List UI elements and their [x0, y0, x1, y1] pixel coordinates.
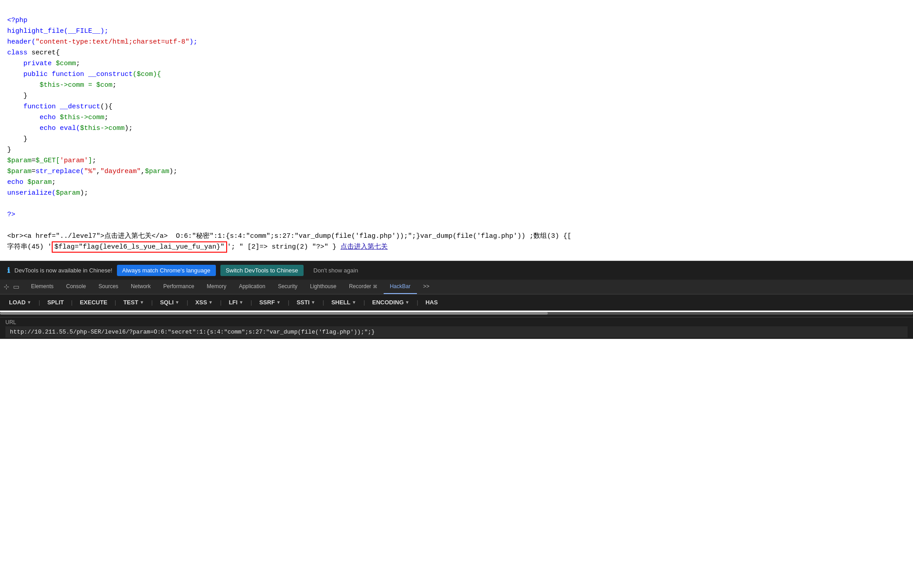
- tab-memory[interactable]: Memory: [201, 280, 233, 294]
- sep8: |: [287, 299, 290, 306]
- sep4: |: [150, 299, 153, 306]
- scroll-track: [0, 312, 913, 315]
- dont-show-again-button[interactable]: Don't show again: [308, 265, 363, 276]
- sep3: |: [114, 299, 117, 306]
- always-match-button[interactable]: Always match Chrome's language: [117, 265, 216, 276]
- test-button[interactable]: TEST ▼: [120, 297, 148, 307]
- tab-security[interactable]: Security: [272, 280, 304, 294]
- sep11: |: [416, 299, 419, 306]
- devtools-notification-bar: ℹ DevTools is now available in Chinese! …: [0, 261, 913, 280]
- sep10: |: [363, 299, 366, 306]
- hackbar-toolbar: LOAD ▼ | SPLIT | EXECUTE | TEST ▼ | SQLI…: [0, 294, 913, 311]
- tab-sources[interactable]: Sources: [92, 280, 125, 294]
- ssti-button[interactable]: SSTI ▼: [293, 297, 319, 307]
- url-label: URL: [5, 319, 908, 325]
- lfi-button[interactable]: LFI ▼: [225, 297, 247, 307]
- split-button[interactable]: SPLIT: [44, 297, 67, 307]
- load-button[interactable]: LOAD ▼: [5, 297, 35, 307]
- scroll-thumb: [0, 312, 548, 315]
- sep9: |: [322, 299, 325, 306]
- url-input[interactable]: [5, 326, 908, 338]
- has-button[interactable]: HAS: [422, 297, 441, 307]
- tab-network[interactable]: Network: [125, 280, 157, 294]
- tab-application[interactable]: Application: [233, 280, 272, 294]
- sep6: |: [219, 299, 222, 306]
- tab-more[interactable]: >>: [417, 280, 436, 294]
- shell-button[interactable]: SHELL ▼: [328, 297, 360, 307]
- sep7: |: [250, 299, 253, 306]
- url-bar: URL: [0, 317, 913, 339]
- devtools-icon-bar: ⊹ ▭: [4, 283, 19, 291]
- sep5: |: [186, 299, 189, 306]
- sep2: |: [70, 299, 73, 306]
- device-icon[interactable]: ▭: [13, 283, 19, 291]
- switch-to-chinese-button[interactable]: Switch DevTools to Chinese: [220, 265, 304, 276]
- xss-button[interactable]: XSS ▼: [192, 297, 216, 307]
- info-icon: ℹ: [7, 266, 10, 275]
- cursor-icon[interactable]: ⊹: [4, 283, 9, 291]
- ssrf-button[interactable]: SSRF ▼: [255, 297, 284, 307]
- devtools-tab-bar: ⊹ ▭ Elements Console Sources Network Per…: [0, 280, 913, 294]
- hackbar-scrollbar[interactable]: [0, 312, 913, 317]
- tab-recorder[interactable]: Recorder ⌘: [343, 280, 384, 294]
- tab-elements[interactable]: Elements: [25, 280, 60, 294]
- notify-text: DevTools is now available in Chinese!: [14, 267, 112, 274]
- code-display: <?php highlight_file(__FILE__); header("…: [0, 0, 913, 261]
- encoding-button[interactable]: ENCODING ▼: [369, 297, 413, 307]
- execute-button[interactable]: EXECUTE: [76, 297, 111, 307]
- sqli-button[interactable]: SQLI ▼: [157, 297, 183, 307]
- tab-lighthouse[interactable]: Lighthouse: [304, 280, 343, 294]
- sep1: |: [38, 299, 41, 306]
- tab-performance[interactable]: Performance: [157, 280, 201, 294]
- tab-console[interactable]: Console: [60, 280, 92, 294]
- level7-link[interactable]: 点击进入第七关: [340, 243, 388, 251]
- tab-hackbar[interactable]: HackBar: [384, 280, 417, 294]
